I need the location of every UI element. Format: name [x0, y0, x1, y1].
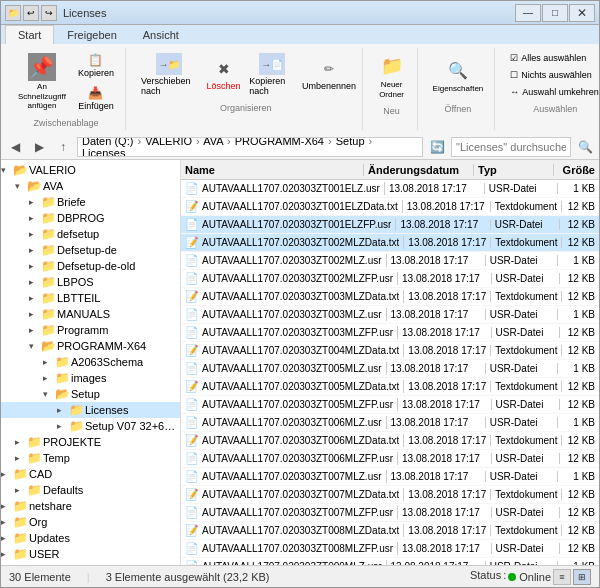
- file-icon: 📄: [185, 218, 199, 231]
- file-size-cell: 12 KB: [560, 507, 599, 518]
- search-input[interactable]: [451, 137, 571, 157]
- sidebar-item[interactable]: ▸📁Defaults: [1, 482, 180, 498]
- sidebar-item[interactable]: ▸📁Licenses: [1, 402, 180, 418]
- sidebar-item[interactable]: ▸📁CAD: [1, 466, 180, 482]
- file-icon: 📝: [185, 236, 199, 249]
- tab-ansicht[interactable]: Ansicht: [130, 25, 192, 44]
- delete-button[interactable]: ✖ Löschen: [205, 55, 242, 94]
- address-bar: ◀ ▶ ↑ Daten (Q:) › VALERIO › AVA › PROGR…: [1, 134, 599, 160]
- sidebar-item[interactable]: ▸📁defsetup: [1, 226, 180, 242]
- search-button[interactable]: 🔍: [575, 137, 595, 157]
- sidebar-item[interactable]: ▸📁PROJEKTE: [1, 434, 180, 450]
- fwd-quick-access[interactable]: ↪: [41, 5, 57, 21]
- tree-arrow: ▸: [29, 245, 41, 255]
- table-row[interactable]: 📄 AUTAVAALL1707.020303ZT007MLZ.usr 13.08…: [181, 468, 599, 486]
- table-row[interactable]: 📝 AUTAVAALL1707.020303ZT006MLZData.txt 1…: [181, 432, 599, 450]
- col-header-size[interactable]: Größe: [554, 164, 599, 176]
- sidebar-item[interactable]: ▸📁Org: [1, 514, 180, 530]
- tab-freigeben[interactable]: Freigeben: [54, 25, 130, 44]
- tab-start[interactable]: Start: [5, 25, 54, 45]
- sidebar-item[interactable]: ▾📂PROGRAMM-X64: [1, 338, 180, 354]
- table-row[interactable]: 📄 AUTAVAALL1707.020303ZT007MLZFP.usr 13.…: [181, 504, 599, 522]
- table-row[interactable]: 📄 AUTAVAALL1707.020303ZT003MLZFP.usr 13.…: [181, 324, 599, 342]
- sidebar-item[interactable]: ▸📁Briefe: [1, 194, 180, 210]
- col-header-type[interactable]: Typ: [474, 164, 554, 176]
- sidebar-item[interactable]: ▸📁Defsetup-de: [1, 242, 180, 258]
- table-row[interactable]: 📝 AUTAVAALL1707.020303ZT001ELZData.txt 1…: [181, 198, 599, 216]
- file-name-cell: 📄 AUTAVAALL1707.020303ZT005MLZ.usr: [181, 362, 387, 375]
- rename-button[interactable]: ✏ Umbenennen: [302, 55, 355, 94]
- main-content: ▾📂VALERIO▾📂AVA▸📁Briefe▸📁DBPROG▸📁defsetup…: [1, 160, 599, 565]
- table-row[interactable]: 📄 AUTAVAALL1707.020303ZT005MLZFP.usr 13.…: [181, 396, 599, 414]
- table-row[interactable]: 📝 AUTAVAALL1707.020303ZT008MLZData.txt 1…: [181, 522, 599, 540]
- tree-arrow: ▾: [15, 181, 27, 191]
- tree-label: Defsetup-de: [57, 244, 117, 256]
- col-header-date[interactable]: Änderungsdatum: [364, 164, 474, 176]
- table-row[interactable]: 📄 AUTAVAALL1707.020303ZT001ELZ.usr 13.08…: [181, 180, 599, 198]
- sidebar-item[interactable]: ▸📁USER: [1, 546, 180, 562]
- select-all-button[interactable]: ☑ Alles auswählen: [505, 50, 600, 66]
- table-row[interactable]: 📄 AUTAVAALL1707.020303ZT002MLZFP.usr 13.…: [181, 270, 599, 288]
- table-row[interactable]: 📝 AUTAVAALL1707.020303ZT002MLZData.txt 1…: [181, 234, 599, 252]
- table-row[interactable]: 📄 AUTAVAALL1707.020303ZT002MLZ.usr 13.08…: [181, 252, 599, 270]
- selected-count: 3 Elemente ausgewählt (23,2 KB): [106, 571, 270, 583]
- table-row[interactable]: 📝 AUTAVAALL1707.020303ZT003MLZData.txt 1…: [181, 288, 599, 306]
- file-type-cell: USR-Datei: [492, 507, 560, 518]
- sidebar-item[interactable]: ▸📁netshare: [1, 498, 180, 514]
- forward-button[interactable]: ▶: [29, 137, 49, 157]
- up-button[interactable]: ↑: [53, 137, 73, 157]
- sidebar-item[interactable]: ▸📁MANUALS: [1, 306, 180, 322]
- table-row[interactable]: 📝 AUTAVAALL1707.020303ZT004MLZData.txt 1…: [181, 342, 599, 360]
- back-quick-access[interactable]: ↩: [23, 5, 39, 21]
- sidebar-item[interactable]: ▸📁DBPROG: [1, 210, 180, 226]
- back-button[interactable]: ◀: [5, 137, 25, 157]
- paste-button[interactable]: 📥 Einfügen: [73, 83, 119, 114]
- sidebar-item[interactable]: ▾📂AVA: [1, 178, 180, 194]
- table-row[interactable]: 📄 AUTAVAALL1707.020303ZT009MLZ.usr 13.08…: [181, 558, 599, 565]
- paste-label: Einfügen: [78, 101, 114, 111]
- pin-button[interactable]: 📌 An Schnellzugriffanfügen: [13, 50, 71, 114]
- col-header-name[interactable]: Name: [181, 164, 364, 176]
- file-name: AUTAVAALL1707.020303ZT005MLZFP.usr: [202, 399, 393, 410]
- sidebar-item[interactable]: ▸📁Temp: [1, 450, 180, 466]
- new-folder-button[interactable]: 📁 NeuerOrdner: [373, 50, 411, 102]
- file-name-cell: 📄 AUTAVAALL1707.020303ZT003MLZ.usr: [181, 308, 387, 321]
- sidebar-item[interactable]: ▸📁Defsetup-de-old: [1, 258, 180, 274]
- file-size-cell: 12 KB: [560, 327, 599, 338]
- sidebar-item[interactable]: ▸📁Programm: [1, 322, 180, 338]
- sidebar-item[interactable]: ▸📁A2063Schema: [1, 354, 180, 370]
- view-list-button[interactable]: ⊞: [573, 569, 591, 585]
- folder-icon: 📁: [55, 371, 69, 385]
- table-row[interactable]: 📄 AUTAVAALL1707.020303ZT001ELZFP.usr 13.…: [181, 216, 599, 234]
- file-date-cell: 13.08.2018 17:17: [398, 399, 492, 410]
- address-path[interactable]: Daten (Q:) › VALERIO › AVA › PROGRAMM-X6…: [77, 137, 423, 157]
- table-row[interactable]: 📄 AUTAVAALL1707.020303ZT005MLZ.usr 13.08…: [181, 360, 599, 378]
- table-row[interactable]: 📄 AUTAVAALL1707.020303ZT006MLZ.usr 13.08…: [181, 414, 599, 432]
- sidebar-item[interactable]: ▸📁LBPOS: [1, 274, 180, 290]
- sidebar-item[interactable]: ▸📁LBTTEIL: [1, 290, 180, 306]
- sidebar-item[interactable]: ▸📁images: [1, 370, 180, 386]
- sidebar-item[interactable]: ▸📁Setup V07 32+64 bit: [1, 418, 180, 434]
- sidebar-item[interactable]: ▸📁Updates: [1, 530, 180, 546]
- minimize-button[interactable]: —: [515, 4, 541, 22]
- sidebar-item[interactable]: ▾📂Setup: [1, 386, 180, 402]
- copy-to-button[interactable]: →📄 Kopieren nach: [244, 50, 300, 99]
- select-none-button[interactable]: ☐ Nichts auswählen: [505, 67, 600, 83]
- sidebar-item[interactable]: ▾📂VALERIO: [1, 162, 180, 178]
- properties-button[interactable]: 🔍 Eigenschaften: [428, 50, 489, 100]
- table-row[interactable]: 📝 AUTAVAALL1707.020303ZT005MLZData.txt 1…: [181, 378, 599, 396]
- file-icon: 📝: [185, 434, 199, 447]
- refresh-button[interactable]: 🔄: [427, 137, 447, 157]
- view-buttons: Status : Online ≡ ⊞: [470, 569, 591, 585]
- close-button[interactable]: ✕: [569, 4, 595, 22]
- invert-select-button[interactable]: ↔ Auswahl umkehren: [505, 84, 600, 100]
- view-details-button[interactable]: ≡: [553, 569, 571, 585]
- table-row[interactable]: 📝 AUTAVAALL1707.020303ZT007MLZData.txt 1…: [181, 486, 599, 504]
- table-row[interactable]: 📄 AUTAVAALL1707.020303ZT003MLZ.usr 13.08…: [181, 306, 599, 324]
- tree-label: PROJEKTE: [43, 436, 101, 448]
- move-to-button[interactable]: →📁 Verschieben nach: [136, 50, 203, 99]
- table-row[interactable]: 📄 AUTAVAALL1707.020303ZT006MLZFP.usr 13.…: [181, 450, 599, 468]
- table-row[interactable]: 📄 AUTAVAALL1707.020303ZT008MLZFP.usr 13.…: [181, 540, 599, 558]
- copy-button[interactable]: 📋 Kopieren: [73, 50, 119, 81]
- maximize-button[interactable]: □: [542, 4, 568, 22]
